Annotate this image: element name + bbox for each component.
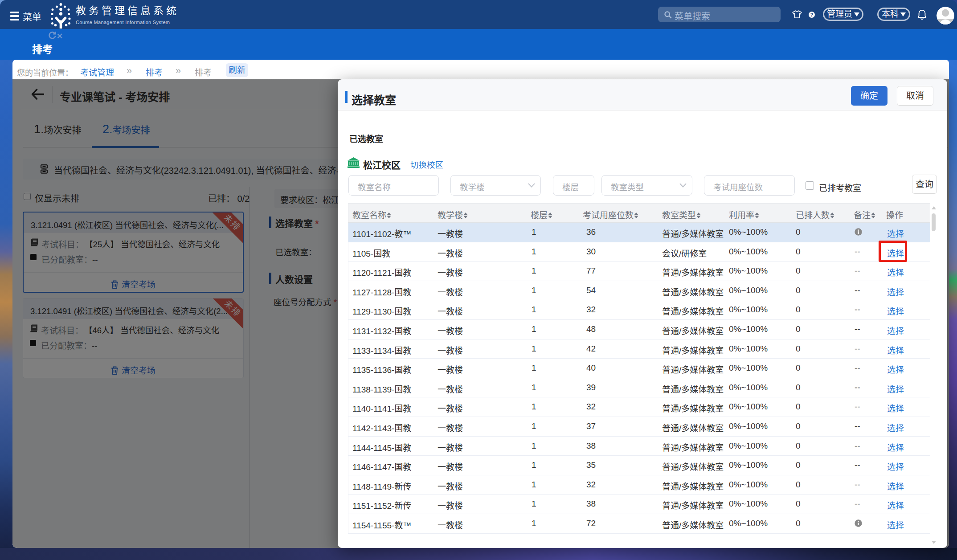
svg-text:?: ?: [810, 12, 813, 17]
